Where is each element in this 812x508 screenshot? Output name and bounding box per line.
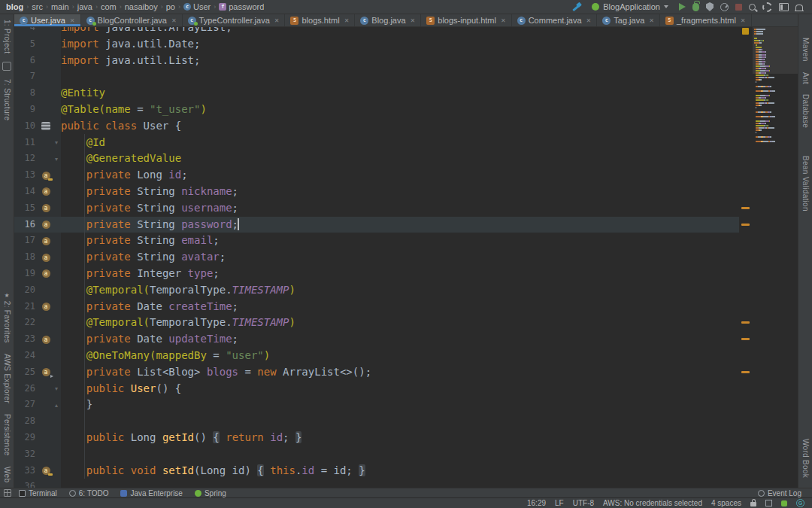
code-line[interactable]: 21a private Date createTime; (14, 299, 739, 315)
code-line[interactable]: 28 (14, 413, 739, 430)
close-icon[interactable]: ✕ (741, 17, 746, 24)
code-line[interactable]: 8@Entity (14, 85, 739, 102)
run-button[interactable] (679, 3, 686, 11)
tool-stripe-button[interactable]: ★ 2: Favorites (3, 292, 11, 343)
breadcrumb-item[interactable]: nasaiboy (125, 2, 158, 11)
debug-button[interactable] (692, 3, 699, 11)
code-line[interactable]: 10public class User { (14, 118, 739, 135)
tool-stripe-button[interactable]: Bean Validation (801, 156, 810, 211)
fold-marker[interactable]: ▾ (52, 139, 61, 146)
code-line[interactable]: 14a private String nickname; (14, 184, 739, 200)
code-line[interactable]: 5import java.util.Date; (14, 36, 739, 53)
code-line[interactable]: 9@Table(name = "t_user") (14, 102, 739, 118)
cursor-position[interactable]: 16:29 (527, 499, 546, 507)
breadcrumb-item[interactable]: cUser (183, 2, 211, 11)
breadcrumb-item[interactable]: src (32, 2, 43, 11)
fold-marker[interactable]: ▴ (52, 402, 61, 409)
green-indicator-icon[interactable] (781, 500, 787, 506)
settings-gear-icon[interactable] (762, 2, 772, 12)
editor-tab[interactable]: cTag.java✕ (597, 14, 660, 26)
close-icon[interactable]: ✕ (586, 17, 592, 24)
coverage-button[interactable] (706, 2, 714, 11)
breadcrumb-item[interactable]: fpassword (219, 2, 264, 11)
editor-tab[interactable]: cUser.java✕ (14, 14, 81, 26)
close-icon[interactable]: ✕ (171, 17, 177, 24)
minimap[interactable] (753, 27, 798, 488)
close-icon[interactable]: ✕ (411, 17, 416, 24)
tool-stripe-button[interactable]: Word Book (801, 439, 810, 478)
readonly-lock-icon[interactable] (750, 502, 756, 506)
fold-marker[interactable]: ▾ (52, 385, 61, 392)
editor-tab[interactable]: 5_fragments.html✕ (660, 14, 752, 26)
editor-tab[interactable]: 5blogs.html✕ (285, 14, 355, 26)
tool-stripe-button[interactable]: Persistence (3, 414, 11, 456)
code-line[interactable]: 12▾ @GeneratedValue (14, 151, 739, 167)
editor-tab[interactable]: cBlog.java✕ (355, 14, 421, 26)
close-icon[interactable]: ✕ (70, 17, 75, 24)
close-icon[interactable]: ✕ (274, 17, 280, 24)
code-line[interactable]: 18a private String avatar; (14, 249, 739, 266)
code-line[interactable]: 17a private String email; (14, 233, 739, 249)
code-line[interactable]: 24 @OneToMany(mappedBy = "user") (14, 348, 739, 364)
toolwindow-event-log[interactable]: Event Log (758, 489, 801, 497)
code-line[interactable]: 15a private String username; (14, 200, 739, 217)
indent-info[interactable]: 4 spaces (711, 499, 741, 507)
breadcrumb-item[interactable]: po (166, 2, 175, 11)
code-line[interactable]: 23a private Date updateTime; (14, 331, 739, 348)
code-line[interactable]: 16a private String password; (14, 217, 739, 233)
code-line[interactable]: 33a public void setId(Long id) { this.id… (14, 463, 739, 479)
tool-stripe-button[interactable]: 7: Structure (3, 79, 11, 120)
profiler-button[interactable] (720, 3, 729, 11)
code-line[interactable]: 13a private Long id; (14, 167, 739, 184)
build-hammer-icon[interactable] (571, 2, 581, 12)
toolwindow-java-enterprise[interactable]: Java Enterprise (120, 489, 182, 497)
close-icon[interactable]: ✕ (501, 17, 506, 24)
tool-stripe-icon[interactable] (2, 62, 11, 71)
breadcrumb-item[interactable]: blog (6, 2, 23, 11)
editor-tab[interactable]: cBlogController.java✕ (81, 14, 183, 26)
tool-stripe-button[interactable]: Ant (801, 72, 810, 84)
code-line[interactable]: 6import java.util.List; (14, 53, 739, 69)
code-line[interactable]: 7 (14, 68, 739, 85)
code-line[interactable]: 19a private Integer type; (14, 266, 739, 282)
layout-icon[interactable] (779, 3, 789, 11)
notifications-icon[interactable] (795, 5, 803, 11)
code-line[interactable]: 26▾ public User() { (14, 381, 739, 397)
editor-tab[interactable]: cTypeController.java✕ (183, 14, 286, 26)
editor-scrollbar-stripe[interactable] (739, 27, 753, 488)
editor-tab[interactable]: cComment.java✕ (512, 14, 598, 26)
aws-connection-status[interactable]: AWS: No credentials selected (603, 499, 702, 507)
code-line[interactable]: 11▾ @Id (14, 135, 739, 151)
fold-marker[interactable]: ▾ (52, 156, 61, 163)
tool-stripe-button[interactable]: 1: Project (3, 20, 11, 53)
run-config-selector[interactable]: BlogApplication (588, 2, 672, 12)
code-line[interactable]: 22 @Temporal(TemporalType.TIMESTAMP) (14, 315, 739, 331)
breadcrumb-item[interactable]: com (101, 2, 117, 11)
code-line[interactable]: 27▴ } (14, 397, 739, 413)
code-line[interactable]: 32 (14, 446, 739, 463)
toolwindow-terminal[interactable]: Terminal (19, 489, 57, 497)
editor-tab[interactable]: 5blogs-input.html✕ (421, 14, 511, 26)
code-line[interactable]: 4import java.util.ArrayList; (14, 27, 739, 36)
tool-stripe-button[interactable]: Maven (801, 38, 810, 62)
highlighting-level-icon[interactable] (765, 500, 772, 506)
breadcrumb-item[interactable]: java (77, 2, 92, 11)
code-line[interactable]: 36 (14, 479, 739, 488)
line-separator[interactable]: LF (555, 499, 564, 507)
breadcrumb-item[interactable]: main (51, 2, 69, 11)
g-circle-icon[interactable]: G (796, 499, 804, 507)
code-line[interactable]: 20 @Temporal(TemporalType.TIMESTAMP) (14, 282, 739, 299)
toolwindow-spring[interactable]: Spring (195, 489, 226, 497)
code-line[interactable]: 25a private List<Blog> blogs = new Array… (14, 364, 739, 381)
close-icon[interactable]: ✕ (344, 17, 350, 24)
close-icon[interactable]: ✕ (649, 17, 654, 24)
code-line[interactable]: 29 public Long getId() { return id; } (14, 430, 739, 446)
tool-stripe-button[interactable]: AWS Explorer (3, 354, 11, 403)
tool-window-switcher-icon[interactable] (4, 489, 11, 497)
toolwindow-todo[interactable]: 6: TODO (69, 489, 109, 497)
stop-button[interactable] (735, 4, 742, 11)
search-icon[interactable] (749, 4, 756, 11)
warnings-indicator[interactable] (742, 28, 749, 35)
file-encoding[interactable]: UTF-8 (573, 499, 594, 507)
tool-stripe-button[interactable]: Database (801, 94, 810, 128)
